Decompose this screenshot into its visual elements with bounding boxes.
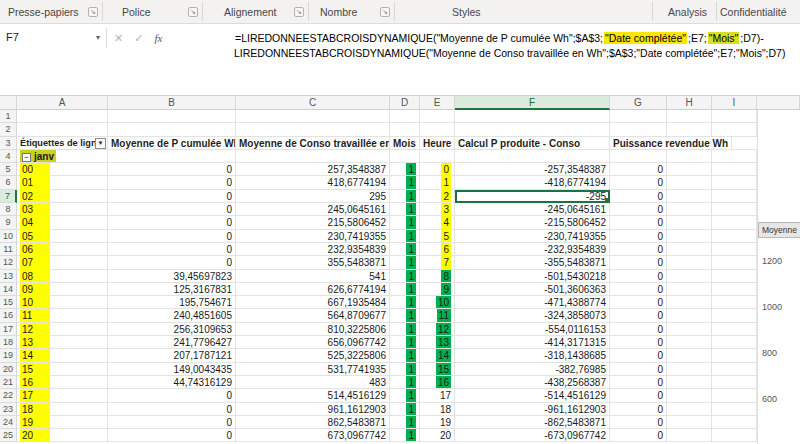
cell-C11[interactable]: 232,9354839: [236, 243, 390, 256]
cell-C1[interactable]: [236, 110, 390, 123]
cell-D4[interactable]: [390, 150, 420, 163]
cell-I24[interactable]: [712, 416, 757, 429]
cell-H8[interactable]: [667, 203, 712, 216]
cell-H7[interactable]: [667, 190, 712, 203]
cell-G23[interactable]: 0: [610, 403, 667, 416]
name-box[interactable]: F7 ▾: [0, 28, 107, 48]
row-header-2[interactable]: 2: [0, 123, 17, 136]
row-header-3[interactable]: 3: [0, 137, 17, 150]
cell-D17[interactable]: 1: [390, 323, 420, 336]
cell-F23[interactable]: -961,1612903: [455, 403, 610, 416]
cell-H25[interactable]: [667, 429, 712, 442]
cell-I16[interactable]: [712, 309, 757, 322]
cell-B12[interactable]: 0: [108, 256, 236, 269]
cell-D2[interactable]: [390, 123, 420, 136]
cell-F14[interactable]: -501,3606363: [455, 283, 610, 296]
cell-F2[interactable]: [455, 123, 610, 136]
cell-F11[interactable]: -232,9354839: [455, 243, 610, 256]
row-header-22[interactable]: 22: [0, 389, 17, 402]
cell-E13[interactable]: 8: [420, 270, 455, 283]
row-header-23[interactable]: 23: [0, 403, 17, 416]
cell-I4[interactable]: [712, 150, 757, 163]
cell-I7[interactable]: [712, 190, 757, 203]
cell-B18[interactable]: 241,7796427: [108, 336, 236, 349]
cell-H12[interactable]: [667, 256, 712, 269]
cell-A3[interactable]: Étiquettes de ligne▼: [17, 137, 108, 150]
cell-A2[interactable]: [17, 123, 108, 136]
cell-A18[interactable]: 13: [17, 336, 108, 349]
cancel-icon[interactable]: ✕: [114, 32, 123, 45]
cell-E15[interactable]: 10: [420, 296, 455, 309]
cell-B14[interactable]: 125,3167831: [108, 283, 236, 296]
cell-F24[interactable]: -862,5483871: [455, 416, 610, 429]
cell-C25[interactable]: 673,0967742: [236, 429, 390, 442]
cell-D8[interactable]: 1: [390, 203, 420, 216]
row-header-7[interactable]: 7: [0, 190, 17, 203]
cell-A20[interactable]: 15: [17, 363, 108, 376]
row-header-10[interactable]: 10: [0, 230, 17, 243]
cell-F19[interactable]: -318,1438685: [455, 349, 610, 362]
cell-F8[interactable]: -245,0645161: [455, 203, 610, 216]
cell-C9[interactable]: 215,5806452: [236, 216, 390, 229]
formula-input[interactable]: =LIREDONNEESTABCROISDYNAMIQUE("Moyenne d…: [234, 31, 796, 61]
cell-C17[interactable]: 810,3225806: [236, 323, 390, 336]
cell-G3[interactable]: Puissance revendue Wh: [610, 137, 732, 150]
cell-C23[interactable]: 961,1612903: [236, 403, 390, 416]
select-all-corner[interactable]: [0, 96, 17, 110]
cell-F6[interactable]: -418,6774194: [455, 176, 610, 189]
cell-B7[interactable]: 0: [108, 190, 236, 203]
filter-dropdown-icon[interactable]: ▼: [95, 138, 106, 149]
cell-H24[interactable]: [667, 416, 712, 429]
cell-D1[interactable]: [390, 110, 420, 123]
cell-H15[interactable]: [667, 296, 712, 309]
cell-B3[interactable]: Moyenne de P cumulée Wh: [108, 137, 236, 150]
row-header-1[interactable]: 1: [0, 110, 17, 123]
cell-F20[interactable]: -382,76985: [455, 363, 610, 376]
cell-G12[interactable]: 0: [610, 256, 667, 269]
cell-G15[interactable]: 0: [610, 296, 667, 309]
cell-G1[interactable]: [610, 110, 667, 123]
cell-B5[interactable]: 0: [108, 163, 236, 176]
column-header-D[interactable]: D: [390, 96, 420, 110]
cell-H10[interactable]: [667, 230, 712, 243]
cell-C12[interactable]: 355,5483871: [236, 256, 390, 269]
cell-G11[interactable]: 0: [610, 243, 667, 256]
cell-A9[interactable]: 04: [17, 216, 108, 229]
cell-H20[interactable]: [667, 363, 712, 376]
cell-I9[interactable]: [712, 216, 757, 229]
cell-A5[interactable]: 00: [17, 163, 108, 176]
cell-E24[interactable]: 19: [420, 416, 455, 429]
cell-E21[interactable]: 16: [420, 376, 455, 389]
cell-E23[interactable]: 18: [420, 403, 455, 416]
cell-E22[interactable]: 17: [420, 389, 455, 402]
row-header-15[interactable]: 15: [0, 296, 17, 309]
cell-I6[interactable]: [712, 176, 757, 189]
cell-B10[interactable]: 0: [108, 230, 236, 243]
column-header-E[interactable]: E: [420, 96, 455, 110]
cell-B9[interactable]: 0: [108, 216, 236, 229]
row-header-20[interactable]: 20: [0, 363, 17, 376]
cell-E7[interactable]: 2: [420, 190, 455, 203]
row-header-25[interactable]: 25: [0, 429, 17, 442]
cell-B13[interactable]: 39,45697823: [108, 270, 236, 283]
column-header-F[interactable]: F: [455, 96, 610, 110]
dialog-launcher-icon[interactable]: ↘: [188, 7, 198, 17]
cell-G2[interactable]: [610, 123, 667, 136]
column-header-B[interactable]: B: [108, 96, 236, 110]
cell-A1[interactable]: [17, 110, 108, 123]
cell-H16[interactable]: [667, 309, 712, 322]
cell-C22[interactable]: 514,4516129: [236, 389, 390, 402]
row-header-11[interactable]: 11: [0, 243, 17, 256]
cell-I14[interactable]: [712, 283, 757, 296]
cell-E18[interactable]: 13: [420, 336, 455, 349]
cell-G10[interactable]: 0: [610, 230, 667, 243]
cell-D21[interactable]: 1: [390, 376, 420, 389]
cell-C20[interactable]: 531,7741935: [236, 363, 390, 376]
cell-E4[interactable]: [420, 150, 455, 163]
cell-B4[interactable]: [108, 150, 236, 163]
cell-E14[interactable]: 9: [420, 283, 455, 296]
cell-H18[interactable]: [667, 336, 712, 349]
cell-A8[interactable]: 03: [17, 203, 108, 216]
cell-C5[interactable]: 257,3548387: [236, 163, 390, 176]
cell-F25[interactable]: -673,0967742: [455, 429, 610, 442]
